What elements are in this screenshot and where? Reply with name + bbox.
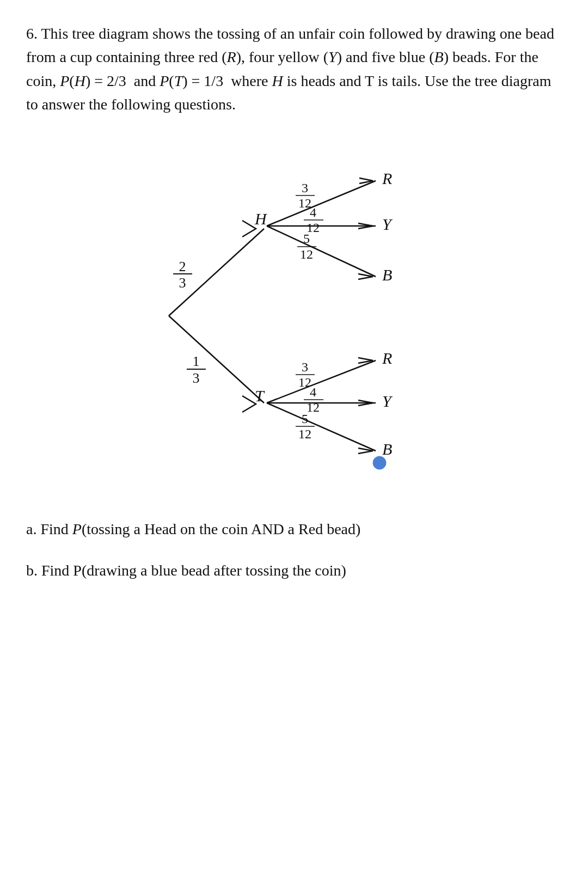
t-y-label: Y [382, 392, 393, 410]
intro-text: 6. This tree diagram shows the tossing o… [26, 22, 562, 117]
t-y-prob-num: 4 [310, 385, 316, 399]
page-content: 6. This tree diagram shows the tossing o… [26, 22, 562, 583]
t-r-label: R [382, 349, 392, 367]
t-r-prob-num: 3 [302, 360, 308, 374]
t-label: T [255, 387, 265, 405]
svg-line-7 [267, 403, 376, 451]
t-b-prob-den: 12 [298, 427, 311, 441]
question-b: b. Find P(drawing a blue bead after toss… [26, 559, 562, 583]
tree-diagram: H T R Y B R Y B 2 3 1 3 3 12 4 12 [82, 136, 506, 495]
h-b-prob-num: 5 [303, 231, 310, 246]
t-b-prob-num: 5 [302, 412, 308, 426]
h-b-prob-den: 12 [300, 247, 313, 261]
question-a-text: a. Find P(tossing a Head on the coin AND… [26, 517, 562, 542]
t-y-prob-den: 12 [307, 400, 320, 414]
h-r-label: R [382, 169, 392, 187]
question-b-text: b. Find P(drawing a blue bead after toss… [26, 559, 562, 583]
h-label: H [254, 210, 268, 228]
question-number: 6. [26, 25, 41, 42]
prob-2-3-den: 3 [179, 275, 186, 291]
svg-line-4 [267, 226, 376, 277]
questions-section: a. Find P(tossing a Head on the coin AND… [26, 517, 562, 584]
svg-line-2 [267, 181, 376, 226]
blue-dot [373, 456, 386, 469]
t-b-label: B [382, 440, 392, 458]
h-b-label: B [382, 266, 392, 284]
h-y-label: Y [382, 215, 393, 233]
question-a: a. Find P(tossing a Head on the coin AND… [26, 517, 562, 542]
h-r-prob-num: 3 [302, 181, 308, 195]
tree-svg: H T R Y B R Y B 2 3 1 3 3 12 4 12 [82, 136, 506, 495]
prob-2-3-num: 2 [179, 259, 186, 274]
h-y-prob-num: 4 [310, 205, 316, 219]
prob-1-3-num: 1 [193, 353, 200, 369]
svg-line-1 [169, 316, 264, 403]
prob-1-3-den: 3 [193, 370, 200, 386]
svg-line-5 [267, 360, 376, 403]
